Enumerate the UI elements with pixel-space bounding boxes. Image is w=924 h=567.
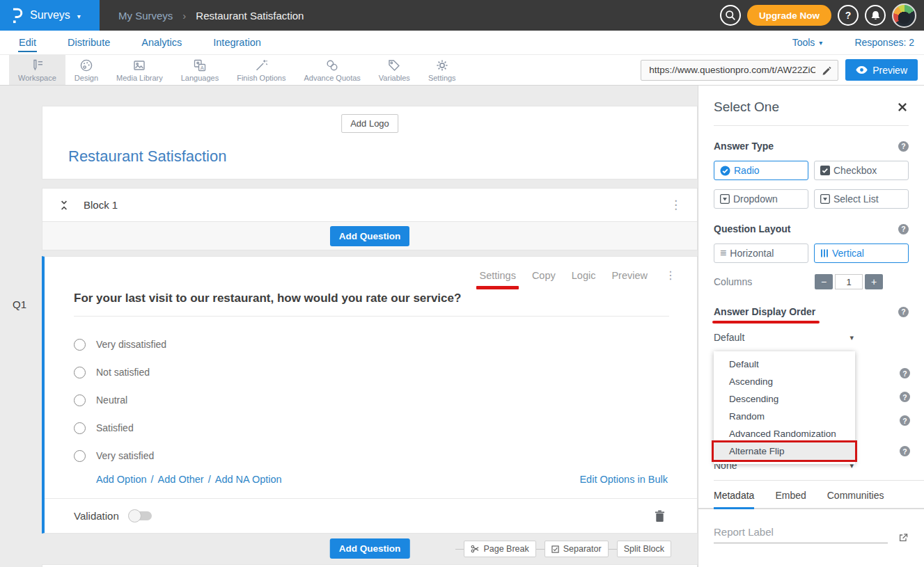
block-title[interactable]: Block 1 bbox=[84, 199, 118, 211]
help-icon[interactable]: ? bbox=[900, 392, 910, 402]
close-icon bbox=[898, 102, 907, 112]
tab-communities[interactable]: Communities bbox=[827, 485, 884, 508]
separator-button[interactable]: Separator bbox=[545, 541, 609, 557]
help-button[interactable]: ? bbox=[838, 5, 859, 26]
magic-wand-icon bbox=[253, 58, 269, 73]
tool-variables[interactable]: Variables bbox=[370, 55, 419, 85]
user-avatar[interactable] bbox=[892, 3, 916, 28]
question-text[interactable]: For your last visit to our restaurant, h… bbox=[74, 292, 669, 305]
split-block-label: Split Block bbox=[624, 544, 664, 554]
tab-settings[interactable]: Settings bbox=[479, 270, 515, 281]
notifications-button[interactable] bbox=[865, 5, 886, 26]
validation-row: Validation bbox=[45, 499, 697, 533]
radio-icon[interactable] bbox=[74, 339, 86, 351]
question-menu-kebab-icon[interactable]: ⋮ bbox=[665, 269, 676, 282]
tab-metadata[interactable]: Metadata bbox=[714, 485, 754, 509]
columns-label: Columns bbox=[714, 276, 815, 287]
tool-design[interactable]: Design bbox=[65, 55, 107, 85]
add-question-button[interactable]: Add Question bbox=[330, 538, 410, 559]
option-label[interactable]: Neutral bbox=[96, 394, 127, 406]
answer-type-checkbox[interactable]: Checkbox bbox=[814, 161, 909, 180]
menu-item-advanced-randomization[interactable]: Advanced Randomization bbox=[714, 425, 855, 442]
block-menu-kebab-icon[interactable]: ⋮ bbox=[670, 199, 682, 211]
nav-analytics[interactable]: Analytics bbox=[141, 33, 182, 52]
survey-title[interactable]: Restaurant Satisfaction bbox=[68, 147, 226, 166]
add-other-link[interactable]: Add Other bbox=[158, 474, 204, 485]
product-switcher[interactable]: Surveys ▾ bbox=[0, 0, 100, 31]
radio-icon[interactable] bbox=[74, 422, 86, 434]
menu-item-descending[interactable]: Descending bbox=[714, 390, 855, 408]
help-icon[interactable]: ? bbox=[898, 307, 909, 317]
layout-vertical[interactable]: Vertical bbox=[814, 243, 909, 263]
answer-type-dropdown[interactable]: Dropdown bbox=[714, 189, 808, 209]
menu-item-ascending[interactable]: Ascending bbox=[714, 373, 855, 390]
tool-settings[interactable]: Settings bbox=[419, 55, 465, 85]
type-label: Radio bbox=[734, 165, 760, 176]
preview-button[interactable]: Preview bbox=[845, 59, 918, 81]
question-card: Settings Copy Logic Preview ⋮ For your l… bbox=[42, 256, 698, 534]
tab-embed[interactable]: Embed bbox=[775, 485, 806, 508]
upgrade-now-button[interactable]: Upgrade Now bbox=[747, 5, 831, 26]
help-icon[interactable]: ? bbox=[898, 141, 909, 152]
report-label-input[interactable] bbox=[714, 526, 888, 543]
page-break-button[interactable]: Page Break bbox=[464, 541, 535, 557]
survey-url-input[interactable] bbox=[648, 64, 817, 76]
option-label[interactable]: Satisfied bbox=[96, 422, 134, 433]
edit-options-in-bulk-link[interactable]: Edit Options in Bulk bbox=[579, 474, 668, 485]
columns-value[interactable]: 1 bbox=[835, 274, 863, 289]
answer-type-radio[interactable]: Radio bbox=[714, 161, 808, 180]
display-order-select[interactable]: Default ▾ bbox=[714, 332, 854, 343]
radio-icon[interactable] bbox=[74, 450, 86, 462]
tab-preview[interactable]: Preview bbox=[611, 270, 648, 281]
breadcrumb-my-surveys[interactable]: My Surveys bbox=[118, 10, 173, 22]
validation-toggle[interactable] bbox=[129, 511, 152, 520]
tools-menu[interactable]: Tools ▾ bbox=[792, 37, 823, 48]
help-icon[interactable]: ? bbox=[900, 446, 910, 456]
menu-item-random[interactable]: Random bbox=[714, 408, 855, 425]
tab-logic[interactable]: Logic bbox=[572, 270, 596, 281]
close-panel-button[interactable] bbox=[896, 101, 909, 113]
checkbox-checked-icon bbox=[820, 166, 830, 175]
layout-horizontal[interactable]: ≡ Horizontal bbox=[714, 243, 808, 263]
pencil-icon[interactable] bbox=[822, 65, 831, 75]
increment-button[interactable]: + bbox=[865, 274, 883, 289]
tool-media-library[interactable]: Media Library bbox=[107, 55, 172, 85]
add-question-button[interactable]: Add Question bbox=[330, 226, 410, 246]
radio-icon[interactable] bbox=[74, 367, 86, 378]
search-icon bbox=[724, 9, 737, 22]
menu-item-default[interactable]: Default bbox=[714, 356, 855, 373]
collapse-icon[interactable] bbox=[59, 199, 69, 211]
display-order-menu: Default Ascending Descending Random Adva… bbox=[714, 351, 855, 464]
option-label[interactable]: Not satisfied bbox=[96, 367, 150, 378]
nav-right: Tools ▾ Responses: 2 bbox=[792, 37, 914, 48]
add-question-row: Add Question bbox=[42, 222, 697, 250]
add-na-option-link[interactable]: Add NA Option bbox=[215, 474, 282, 485]
open-in-new-icon[interactable] bbox=[898, 532, 909, 543]
answer-type-select-list[interactable]: Select List bbox=[814, 189, 909, 209]
nav-edit[interactable]: Edit bbox=[18, 33, 37, 52]
delete-question-button[interactable] bbox=[655, 510, 665, 522]
add-logo-button[interactable]: Add Logo bbox=[341, 114, 398, 133]
tool-languages[interactable]: A Languages bbox=[172, 55, 228, 85]
nav-distribute[interactable]: Distribute bbox=[67, 33, 111, 52]
add-option-link[interactable]: Add Option bbox=[96, 474, 147, 485]
help-icon[interactable]: ? bbox=[900, 368, 910, 378]
question-mark-icon: ? bbox=[845, 10, 852, 21]
tool-finish-options[interactable]: Finish Options bbox=[228, 55, 295, 85]
responses-count[interactable]: Responses: 2 bbox=[854, 37, 914, 48]
option-label[interactable]: Very dissatisfied bbox=[96, 339, 166, 350]
split-block-button[interactable]: Split Block bbox=[617, 541, 671, 557]
search-button[interactable] bbox=[720, 5, 741, 26]
tab-copy[interactable]: Copy bbox=[532, 270, 556, 281]
help-icon[interactable]: ? bbox=[900, 415, 910, 426]
menu-item-alternate-flip[interactable]: Alternate Flip bbox=[714, 442, 855, 460]
tool-workspace[interactable]: Workspace bbox=[9, 55, 65, 85]
option-label[interactable]: Very satisfied bbox=[96, 450, 154, 461]
tool-advance-quotas[interactable]: Advance Quotas bbox=[295, 55, 369, 85]
question-layout-section: Question Layout ? bbox=[714, 223, 909, 234]
nav-integration[interactable]: Integration bbox=[212, 33, 262, 52]
decrement-button[interactable]: − bbox=[815, 274, 833, 289]
radio-icon[interactable] bbox=[74, 394, 86, 406]
help-icon[interactable]: ? bbox=[898, 224, 909, 234]
trash-icon bbox=[655, 510, 665, 522]
